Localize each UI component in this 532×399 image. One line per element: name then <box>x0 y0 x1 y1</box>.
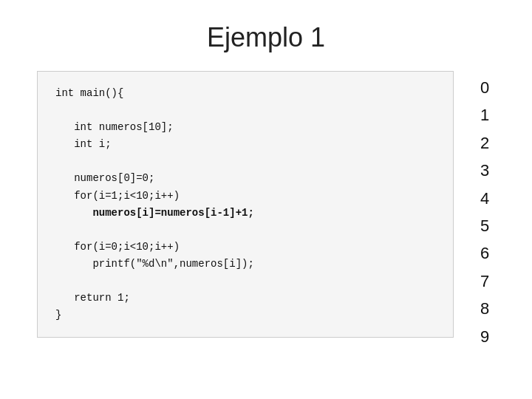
code-line: numeros[i]=numeros[i-1]+1; <box>55 205 435 222</box>
code-line: int numeros[10]; <box>55 119 435 136</box>
output-column: 0123456789 <box>474 71 495 350</box>
code-line: numeros[0]=0; <box>55 170 435 187</box>
code-block: int main(){ int numeros[10]; int i; nume… <box>37 71 454 338</box>
output-value: 1 <box>480 101 489 129</box>
code-line: int main(){ <box>55 85 435 102</box>
code-line <box>55 273 435 290</box>
code-line: } <box>55 307 435 324</box>
output-value: 8 <box>480 295 489 322</box>
output-value: 3 <box>480 157 489 184</box>
code-line: int i; <box>55 136 435 153</box>
code-line <box>55 102 435 119</box>
main-content: int main(){ int numeros[10]; int i; nume… <box>37 71 495 350</box>
output-value: 6 <box>480 239 489 267</box>
code-line: for(i=0;i<10;i++) <box>55 239 435 256</box>
output-value: 2 <box>480 129 489 157</box>
output-value: 0 <box>480 74 489 101</box>
code-line: return 1; <box>55 290 435 307</box>
output-value: 9 <box>480 323 489 350</box>
code-line: for(i=1;i<10;i++) <box>55 188 435 205</box>
output-value: 7 <box>480 267 489 295</box>
code-line <box>55 153 435 170</box>
output-value: 5 <box>480 212 489 239</box>
code-line <box>55 222 435 239</box>
output-value: 4 <box>480 185 489 212</box>
page-title: Ejemplo 1 <box>207 22 325 53</box>
code-line: printf("%d\n",numeros[i]); <box>55 256 435 273</box>
